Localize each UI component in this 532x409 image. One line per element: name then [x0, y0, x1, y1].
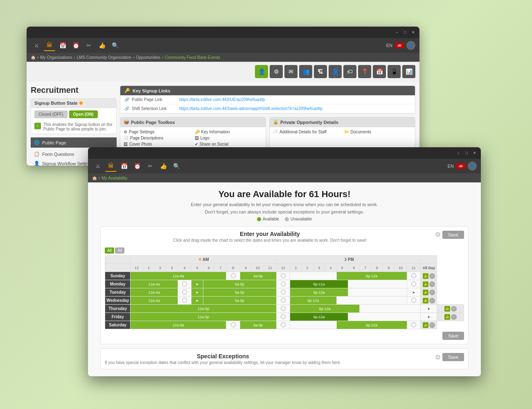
mon-pm-range[interactable]: 6p-11a	[290, 280, 348, 288]
toolbar-email-icon[interactable]: ✉	[284, 65, 298, 78]
toolbar-user-icon[interactable]: 👤	[329, 65, 342, 78]
avatar-back[interactable]: 👤	[406, 41, 415, 50]
nav-icon-scissors[interactable]: ✂	[83, 40, 95, 51]
restore-btn-front[interactable]: □	[464, 150, 469, 156]
nav-icon-tools[interactable]: ⚔	[31, 40, 42, 51]
nav-icon-front-search[interactable]: 🔍	[171, 160, 182, 172]
save-button-bottom[interactable]: Save	[442, 332, 464, 340]
sun-avail-btn[interactable]: 👍	[423, 273, 428, 279]
nav-icon-front-scissors[interactable]: ✂	[144, 160, 156, 172]
toolbar-people-icon[interactable]: 👥	[299, 65, 312, 78]
thu-pm-range[interactable]: 6p-12a	[290, 305, 360, 313]
wed-pm-range[interactable]: 6p-12a	[290, 297, 336, 305]
sun-am-range2[interactable]: 6a-9p	[240, 272, 276, 280]
breadcrumb-lms[interactable]: LMS Community Organization	[77, 55, 131, 60]
mon-am-range[interactable]: 12a-4a	[131, 280, 178, 288]
sat-am-range2[interactable]: 6a-9p	[240, 321, 276, 329]
wed-unavail-btn[interactable]: ○	[429, 298, 435, 303]
wed-avail-btn[interactable]: 👍	[423, 298, 428, 303]
nav-icon-time[interactable]: ⏰	[70, 40, 81, 51]
nav-icon-front-cal[interactable]: 📅	[118, 160, 130, 172]
close-btn-back[interactable]: ✕	[410, 29, 416, 35]
breadcrumb-opps[interactable]: Opportunities	[136, 55, 160, 60]
fri-pm-range[interactable]: 6p-12a	[290, 313, 348, 321]
nav-icon-org[interactable]: 🏛	[44, 40, 55, 51]
mon-unavail-btn[interactable]: ○	[429, 281, 435, 287]
toolbox-item-pagesettings[interactable]: ⚙ Page Settings	[124, 130, 192, 134]
nav-icon-calendar[interactable]: 📅	[57, 40, 68, 51]
toggle-all-gray[interactable]: All	[115, 247, 124, 254]
sun-pm-range[interactable]: 6p-12a	[336, 272, 407, 280]
nav-icon-like[interactable]: 👍	[96, 40, 108, 51]
tue-avail-btn[interactable]: 👍	[423, 290, 428, 295]
public-link-url[interactable]: https://beta.initlive.com:443/UE/az209he…	[179, 97, 265, 102]
thu-avail-btn[interactable]: 👍	[444, 306, 450, 312]
row-thursday: Thursday 12a-5p 6p-12a ➤ 👍 ○	[105, 305, 464, 313]
tue-am-range[interactable]: 12a-4a	[131, 288, 178, 297]
nav-icon-front-org[interactable]: 🏛	[105, 160, 117, 172]
private-item-docs[interactable]: 📁 Documents	[344, 130, 412, 134]
minimize-btn-back[interactable]: –	[394, 29, 400, 35]
toolbox-item-keyinfo[interactable]: 🔑 Key Information	[195, 130, 263, 134]
toolbar-chart-icon[interactable]: 📊	[402, 65, 415, 78]
mon-am-arrow[interactable]: ➤	[192, 280, 203, 288]
nav-icon-search[interactable]: 🔍	[109, 40, 121, 51]
nav-icon-front-tools[interactable]: ⚔	[92, 160, 104, 172]
toolbar-signup-icon[interactable]: 👤	[255, 65, 268, 78]
fri-am-range[interactable]: 12a-5p	[131, 313, 276, 321]
sat-am-range[interactable]: 12a-8a	[131, 321, 226, 329]
toolbox-item-coverphoto[interactable]: 🖼 Cover Photo	[124, 142, 192, 146]
sun-am-range[interactable]: 12a-8a	[131, 272, 226, 280]
exceptions-save-btn[interactable]: Save	[442, 353, 464, 361]
toolbar-mobile-icon[interactable]: 📱	[388, 65, 401, 78]
sat-unavail-btn[interactable]: ○	[429, 322, 435, 328]
sat-avail-btn[interactable]: 👍	[423, 322, 428, 328]
wed-am-range2[interactable]: 6a-5p	[203, 297, 276, 305]
minimize-btn-front[interactable]: –	[455, 150, 461, 156]
signup-links-label: Key Signup Links	[133, 88, 170, 93]
sun-unavail-btn[interactable]: ○	[429, 273, 435, 279]
nav-icon-front-time[interactable]: ⏰	[131, 160, 143, 172]
wed-am-arrow[interactable]: ➤	[192, 297, 203, 305]
toolbox-item-sharesocial[interactable]: ✔ Share on Social	[195, 142, 263, 146]
toolbox-item-pagedesc[interactable]: 📄 Page Descriptions	[124, 136, 192, 140]
private-item-details[interactable]: 📄 Additional Details for Staff	[273, 130, 341, 134]
toolbar-row-back: 👤 ⚙ ✉ 👥 🏗 👤 🏷 📍 📅 📱 📊	[27, 62, 419, 81]
signup-state-dot	[79, 101, 83, 105]
breadcrumb-home-front[interactable]: 🏠	[92, 176, 97, 180]
save-button[interactable]: Save	[442, 231, 464, 239]
mon-avail-btn[interactable]: 👍	[423, 281, 428, 287]
breadcrumb-myorgs[interactable]: My Organizations	[40, 55, 72, 60]
toggle-all-green[interactable]: All	[105, 247, 114, 254]
thu-am-range[interactable]: 12a-5p	[131, 305, 276, 313]
toolbar-calendar-icon[interactable]: 📅	[373, 65, 386, 78]
wed-am-range[interactable]: 12a-4a	[131, 297, 178, 305]
hour-12am: 12	[131, 264, 143, 272]
toolbox-item-logo[interactable]: 🖼 Logo	[195, 136, 263, 140]
fri-unavail-btn[interactable]: ○	[451, 314, 457, 320]
nav-icon-front-like[interactable]: 👍	[158, 160, 169, 172]
close-btn-front[interactable]: ✕	[472, 150, 478, 156]
avatar-front[interactable]: 👤	[468, 162, 477, 171]
tue-unavail-btn[interactable]: ○	[429, 290, 435, 295]
sat-pm-range[interactable]: 6p-12a	[336, 321, 407, 329]
mon-am-range2[interactable]: 6a-5p	[203, 280, 276, 288]
tue-pm-range[interactable]: 6p-12a	[290, 288, 348, 297]
fri-avail-btn[interactable]: 👍	[444, 314, 450, 320]
toolbar-tag-icon[interactable]: 🏷	[343, 65, 356, 78]
toolbar-settings-icon[interactable]: ⚙	[270, 65, 283, 78]
breadcrumb-home[interactable]: 🏠	[31, 55, 36, 60]
exceptions-settings-icon[interactable]: ⚙	[435, 353, 441, 361]
toolbar-location-icon[interactable]: 📍	[358, 65, 371, 78]
shift-link-url[interactable]: https://beta.initlive.com:443/web-admin/…	[179, 106, 322, 111]
link-icon-public: 🔗	[124, 97, 129, 102]
avail-settings-icon[interactable]: ⚙	[435, 231, 441, 238]
toolbar-groups-icon[interactable]: 🏗	[314, 65, 327, 78]
tue-am-arrow[interactable]: ➤	[192, 288, 203, 297]
toggle-off-btn[interactable]: Closed (OFF)	[34, 110, 68, 118]
restore-btn-back[interactable]: □	[402, 29, 408, 35]
toggle-on-btn[interactable]: Open (ON)	[69, 110, 98, 118]
tue-am-range2[interactable]: 6a-5p	[203, 288, 276, 297]
public-page-nav[interactable]: 🌐 Public Page	[31, 137, 117, 148]
thu-unavail-btn[interactable]: ○	[451, 306, 457, 312]
